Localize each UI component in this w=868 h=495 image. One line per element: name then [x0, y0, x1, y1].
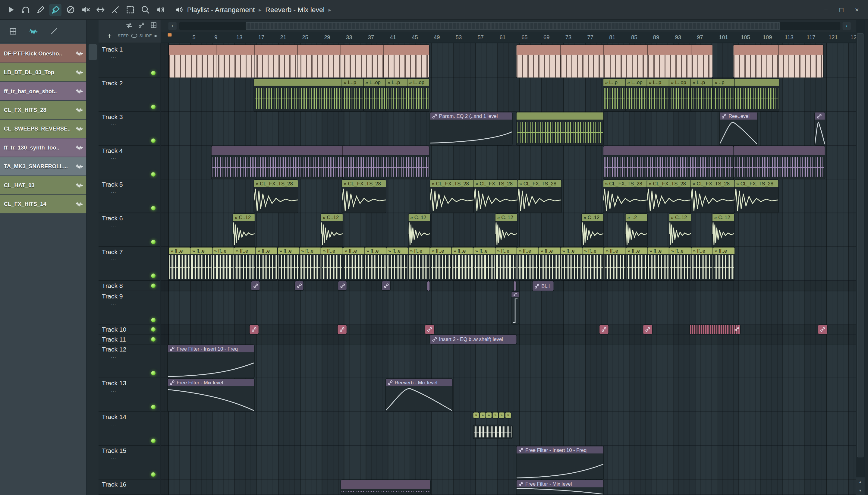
audio-clip[interactable]: »: [505, 412, 511, 418]
audio-clip[interactable]: » CL_FX..TS_28: [518, 180, 561, 212]
paint-button[interactable]: [49, 4, 61, 16]
automation-clip[interactable]: [427, 281, 430, 291]
audio-clip[interactable]: » L..p: [691, 79, 713, 111]
audio-clip[interactable]: » ff..e: [190, 248, 212, 280]
audio-clip[interactable]: » L..op: [364, 79, 386, 111]
track-led[interactable]: [151, 439, 156, 443]
audio-clip[interactable]: » ff..e: [604, 248, 626, 280]
minimize-button[interactable]: −: [819, 4, 832, 16]
audio-clip[interactable]: » L..p: [342, 79, 364, 111]
slip-button[interactable]: [94, 4, 106, 16]
audio-clip[interactable]: » ff..e: [473, 248, 495, 280]
audio-clip[interactable]: » ff..e: [560, 248, 582, 280]
automation-clip[interactable]: [815, 113, 825, 145]
automation-clip[interactable]: [425, 325, 434, 334]
picker-item[interactable]: CL_FX_HITS_28: [0, 101, 87, 119]
automation-clip[interactable]: [295, 281, 303, 290]
audio-clip[interactable]: » CL_FX..TS_28: [254, 180, 298, 212]
audio-clip[interactable]: » ff..e: [582, 248, 604, 280]
automation-clip[interactable]: [690, 325, 740, 334]
automation-clip[interactable]: Reeverb - Mix level: [386, 379, 452, 411]
audio-clip[interactable]: » C..12: [233, 214, 255, 246]
automation-clip[interactable]: Free Filter - Insert 10 - Freq: [517, 446, 603, 479]
track-row-header[interactable]: Track 16: [99, 480, 161, 495]
track-led[interactable]: [151, 206, 156, 210]
slice-button[interactable]: [109, 4, 121, 16]
picker-scrollbar[interactable]: [87, 20, 99, 495]
swap-button[interactable]: [126, 22, 133, 29]
audio-clip[interactable]: »: [473, 412, 479, 418]
audio-clip[interactable]: » ff..e: [648, 248, 670, 280]
audio-clip[interactable]: » C..12: [670, 214, 691, 246]
select-button[interactable]: [124, 4, 136, 16]
playlist-grid[interactable]: » L..p» L..op» L..p» L..op» L..p» L..op»…: [161, 43, 856, 495]
audio-clip[interactable]: » CL_FX..TS_28: [430, 180, 474, 212]
horizontal-scrollbar-track[interactable]: [179, 22, 840, 30]
audio-clip[interactable]: »: [499, 412, 504, 418]
track-led[interactable]: [151, 172, 156, 177]
audio-clip[interactable]: [254, 79, 342, 111]
picker-item[interactable]: TA_MK3_SNAREROLL...: [0, 157, 87, 176]
scroll-right-button[interactable]: ›: [843, 22, 851, 30]
vertical-scrollbar[interactable]: ▲ ▼: [856, 20, 865, 495]
audio-clip[interactable]: » ff..e: [299, 248, 321, 280]
automation-clip[interactable]: Bl..l: [533, 281, 554, 291]
close-button[interactable]: ×: [850, 4, 864, 16]
audio-clip[interactable]: » ..p: [713, 79, 735, 111]
audio-clip[interactable]: [734, 79, 779, 111]
scroll-down-button[interactable]: ▼: [856, 486, 865, 495]
audio-clip[interactable]: » L..op: [407, 79, 429, 111]
audio-clip[interactable]: » ff..e: [626, 248, 648, 280]
audio-clip[interactable]: [212, 146, 429, 179]
picker-item[interactable]: ff_tr_130_synth_loo..: [0, 138, 87, 157]
breadcrumb-selection[interactable]: Reeverb - Mix level: [265, 6, 325, 14]
audio-clip[interactable]: [517, 113, 603, 145]
automation-clip[interactable]: [382, 281, 390, 290]
audio-clip[interactable]: » C..12: [582, 214, 603, 246]
audio-clip[interactable]: » L..p: [603, 79, 625, 111]
track-led[interactable]: [151, 284, 156, 288]
automation-clip[interactable]: Ree..evel: [720, 113, 758, 145]
audio-clip[interactable]: » ff..e: [278, 248, 299, 280]
audio-clip[interactable]: » ff..e: [430, 248, 452, 280]
mute-button[interactable]: [79, 4, 91, 16]
automation-clip[interactable]: [511, 292, 519, 324]
horizontal-scrollbar-handle[interactable]: [246, 22, 780, 30]
audio-clip[interactable]: » ..2: [626, 214, 647, 246]
audio-clip[interactable]: » ff..e: [256, 248, 278, 280]
headphones-button[interactable]: [19, 4, 31, 16]
audio-clip[interactable]: [473, 425, 512, 439]
audio-clip[interactable]: » ff..e: [517, 248, 539, 280]
audio-clip[interactable]: » ff..e: [495, 248, 517, 280]
audio-clip[interactable]: » C..12: [409, 214, 430, 246]
audio-clip[interactable]: [169, 45, 429, 78]
add-track-button[interactable]: +: [107, 32, 111, 40]
audio-clip[interactable]: » L..p: [386, 79, 407, 111]
automation-clip[interactable]: [818, 325, 827, 334]
timeline-ruler[interactable]: 5913172125293337414549535761656973778185…: [161, 32, 856, 44]
picker-scrollbar-handle[interactable]: [89, 44, 97, 60]
audio-clip[interactable]: »: [493, 412, 498, 418]
audio-clip[interactable]: » ff..e: [343, 248, 365, 280]
gridicon-button[interactable]: [9, 27, 17, 36]
step-toggle[interactable]: [131, 34, 137, 38]
audio-clip[interactable]: » ff..e: [539, 248, 560, 280]
picker-item[interactable]: CL_HAT_03: [0, 176, 87, 194]
track-led[interactable]: [151, 240, 156, 244]
audio-clip[interactable]: [517, 45, 712, 78]
picker-item[interactable]: DF-PTT-Kick Onesho..: [0, 44, 87, 63]
audio-clip[interactable]: » CL_FX..TS_28: [474, 180, 518, 212]
link-button[interactable]: [138, 22, 145, 29]
audio-clip[interactable]: » CL_FX..TS_28: [603, 180, 647, 212]
audio-clip[interactable]: » ff..e: [234, 248, 256, 280]
automation-clip[interactable]: [249, 325, 258, 334]
automation-clip[interactable]: Param. EQ 2 (..and 1 level: [430, 113, 512, 145]
audio-clip[interactable]: » CL_FX..TS_28: [647, 180, 691, 212]
maximize-button[interactable]: □: [835, 4, 848, 16]
automation-clip[interactable]: Free Filter - Insert 10 - Freq: [168, 345, 254, 377]
audio-clip[interactable]: » ff..e: [212, 248, 234, 280]
track-led[interactable]: [151, 371, 156, 376]
gridicon-button[interactable]: [150, 22, 157, 29]
audio-clip[interactable]: » ff..e: [691, 248, 713, 280]
audio-clip[interactable]: » CL_FX..TS_28: [734, 180, 778, 212]
